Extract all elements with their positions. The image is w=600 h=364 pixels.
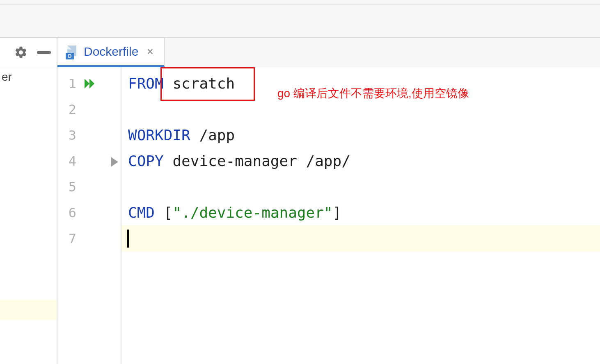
tree-item-truncated[interactable]: er — [0, 67, 57, 87]
workdir-arg: /app — [199, 122, 235, 148]
project-tree[interactable]: er — [0, 67, 57, 364]
gutter-row[interactable]: 7 — [57, 225, 121, 251]
svg-marker-1 — [89, 79, 94, 89]
bracket-open: [ — [155, 200, 172, 225]
tab-bar: D Dockerfile × — [57, 38, 600, 67]
gutter-row[interactable]: 4 — [57, 148, 121, 174]
gutter-row[interactable]: 6 — [57, 200, 121, 225]
line-number: 1 — [57, 76, 79, 91]
gutter-row[interactable]: 2 — [57, 96, 121, 122]
line-number: 6 — [57, 205, 79, 221]
gutter-row[interactable]: 1 — [57, 71, 121, 96]
project-sidebar: er — [0, 38, 57, 364]
tree-item-highlight[interactable] — [0, 300, 57, 320]
cmd-string: "./device-manager" — [172, 200, 332, 225]
tab-dockerfile[interactable]: D Dockerfile × — [57, 38, 165, 67]
fold-icon[interactable] — [111, 157, 118, 167]
keyword-workdir: WORKDIR — [128, 122, 190, 148]
keyword-from: FROM — [128, 71, 164, 96]
code-line[interactable]: WORKDIR /app — [121, 122, 600, 148]
keyword-copy: COPY — [128, 148, 164, 174]
line-number: 5 — [57, 179, 79, 195]
sidebar-toolbar — [0, 38, 57, 67]
copy-arg: device-manager /app/ — [172, 148, 350, 174]
code-line[interactable]: CMD ["./device-manager"] — [121, 200, 600, 225]
bracket-close: ] — [333, 200, 342, 225]
annotation-text: go 编译后文件不需要环境,使用空镜像 — [277, 80, 469, 106]
from-arg: scratch — [172, 71, 235, 96]
caret — [127, 230, 129, 248]
close-icon[interactable]: × — [144, 45, 156, 58]
line-number: 4 — [57, 153, 79, 169]
code-line-current[interactable] — [121, 225, 600, 251]
code-line[interactable] — [121, 174, 600, 200]
editor-column: D Dockerfile × 1 — [57, 38, 600, 364]
dockerfile-icon: D — [66, 46, 78, 58]
toolbar-spacer — [0, 5, 600, 38]
keyword-cmd: CMD — [128, 200, 155, 225]
run-icon[interactable] — [84, 77, 97, 90]
line-number: 3 — [57, 127, 79, 143]
window-top-strip — [0, 0, 600, 5]
gutter: 1 2 3 4 — [57, 67, 121, 364]
gutter-row[interactable]: 3 — [57, 122, 121, 148]
main-area: er D Dockerfile × 1 — [0, 38, 600, 364]
code-area[interactable]: FROM scratch WORKDIR /app COPY device-ma… — [121, 67, 600, 364]
tab-label: Dockerfile — [84, 45, 138, 59]
minimize-icon[interactable] — [37, 51, 51, 54]
svg-marker-0 — [85, 79, 89, 89]
code-line[interactable]: COPY device-manager /app/ — [121, 148, 600, 174]
editor-body: 1 2 3 4 — [57, 67, 600, 364]
gear-icon[interactable] — [14, 46, 28, 59]
line-number: 7 — [57, 231, 79, 246]
line-number: 2 — [57, 102, 79, 117]
tree-item-label: er — [2, 71, 12, 84]
gutter-row[interactable]: 5 — [57, 174, 121, 200]
